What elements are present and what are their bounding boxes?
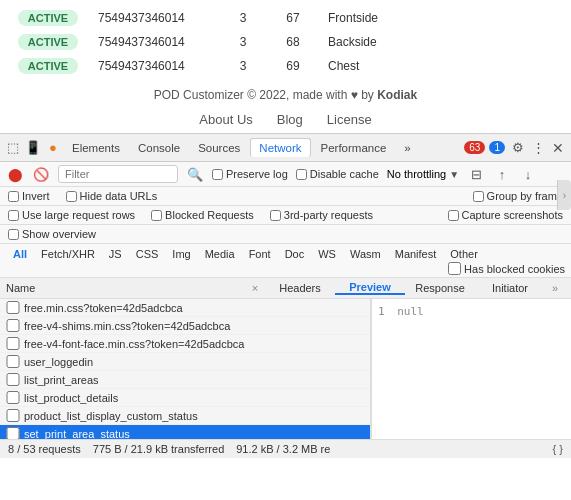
row-filename: free-v4-font-face.min.css?token=42d5adcb… <box>24 338 364 350</box>
settings-icon[interactable]: ⚙ <box>509 139 527 157</box>
device-icon[interactable]: 📱 <box>24 139 42 157</box>
col-response-header[interactable]: Response <box>405 282 475 294</box>
nav-license[interactable]: License <box>327 112 372 127</box>
invert-checkbox[interactable]: Invert <box>8 190 50 202</box>
type-btn-wasm[interactable]: Wasm <box>343 246 388 262</box>
hide-data-urls-checkbox[interactable]: Hide data URLs <box>66 190 158 202</box>
network-columns-header: Name × Headers Preview Response Initiato… <box>0 278 571 299</box>
export-icon[interactable]: ↓ <box>519 165 537 183</box>
tab-console[interactable]: Console <box>130 139 188 157</box>
type-btn-manifest[interactable]: Manifest <box>388 246 444 262</box>
row-checkbox[interactable] <box>6 391 20 404</box>
col-headers-header[interactable]: Headers <box>265 282 335 294</box>
search-icon[interactable]: 🔍 <box>186 165 204 183</box>
devtools-toolbar: ⬚ 📱 ● Elements Console Sources Network P… <box>0 134 571 162</box>
row-label: Frontside <box>328 11 378 25</box>
network-row[interactable]: user_loggedin <box>0 353 370 371</box>
type-btn-font[interactable]: Font <box>242 246 278 262</box>
use-large-checkbox[interactable]: Use large request rows <box>8 209 135 221</box>
table-section: ACTIVE 7549437346014 3 67 Frontside ACTI… <box>0 6 571 78</box>
filter-input[interactable] <box>58 165 178 183</box>
options-row-1: Invert Hide data URLs Group by frame <box>0 187 571 206</box>
col-initiator-header[interactable]: Initiator <box>475 282 545 294</box>
type-btn-js[interactable]: JS <box>102 246 129 262</box>
network-row[interactable]: list_print_areas <box>0 371 370 389</box>
close-icon[interactable]: ✕ <box>549 139 567 157</box>
options-row-3: Show overview <box>0 225 571 244</box>
preview-value: null <box>397 305 424 318</box>
nav-blog[interactable]: Blog <box>277 112 303 127</box>
tab-performance[interactable]: Performance <box>313 139 395 157</box>
row-checkbox[interactable] <box>6 427 20 439</box>
row-checkbox[interactable] <box>6 337 20 350</box>
import-icon[interactable]: ↑ <box>493 165 511 183</box>
col-more-header[interactable]: » <box>545 282 565 294</box>
type-btn-css[interactable]: CSS <box>129 246 166 262</box>
type-btn-all[interactable]: All <box>6 246 34 262</box>
row-num1: 3 <box>228 35 258 49</box>
row-checkbox[interactable] <box>6 373 20 386</box>
format-icon[interactable]: { } <box>553 443 563 455</box>
col-name-header[interactable]: Name <box>6 282 245 294</box>
row-filename: list_print_areas <box>24 374 364 386</box>
tab-sources[interactable]: Sources <box>190 139 248 157</box>
network-row[interactable]: free-v4-shims.min.css?token=42d5adcbca <box>0 317 370 335</box>
network-row[interactable]: free-v4-font-face.min.css?token=42d5adcb… <box>0 335 370 353</box>
type-btn-img[interactable]: Img <box>165 246 197 262</box>
more-options-icon[interactable]: ⋮ <box>529 139 547 157</box>
row-id: 7549437346014 <box>98 35 208 49</box>
tab-more[interactable]: » <box>396 139 418 157</box>
group-by-frame-checkbox[interactable]: Group by frame <box>473 190 563 202</box>
row-filename: product_list_display_custom_status <box>24 410 364 422</box>
type-btn-media[interactable]: Media <box>198 246 242 262</box>
nav-about[interactable]: About Us <box>199 112 252 127</box>
row-checkbox[interactable] <box>6 319 20 332</box>
throttling-select[interactable]: No throttling ▼ <box>387 168 459 180</box>
brand-name: Kodiak <box>377 88 417 102</box>
show-overview-checkbox[interactable]: Show overview <box>8 228 96 240</box>
network-row[interactable]: product_list_display_custom_status <box>0 407 370 425</box>
row-id: 7549437346014 <box>98 11 208 25</box>
type-btn-ws[interactable]: WS <box>311 246 343 262</box>
row-checkbox[interactable] <box>6 355 20 368</box>
devtools-panel: ⬚ 📱 ● Elements Console Sources Network P… <box>0 133 571 458</box>
footer-section: POD Customizer © 2022, made with ♥ by Ko… <box>0 78 571 108</box>
network-conditions-icon[interactable]: ⊟ <box>467 165 485 183</box>
table-row: ACTIVE 7549437346014 3 69 Chest <box>10 54 561 78</box>
third-party-checkbox[interactable]: 3rd-party requests <box>270 209 373 221</box>
tab-elements[interactable]: Elements <box>64 139 128 157</box>
nav-links: About Us Blog License <box>0 108 571 133</box>
types-bar: AllFetch/XHRJSCSSImgMediaFontDocWSWasmMa… <box>0 244 571 278</box>
row-label: Chest <box>328 59 359 73</box>
preserve-log-checkbox[interactable]: Preserve log <box>212 168 288 180</box>
row-num2: 67 <box>278 11 308 25</box>
elements-icon[interactable]: ● <box>44 139 62 157</box>
record-icon[interactable]: ⬤ <box>6 165 24 183</box>
network-row[interactable]: free.min.css?token=42d5adcbca <box>0 299 370 317</box>
type-btn-fetch/xhr[interactable]: Fetch/XHR <box>34 246 102 262</box>
network-row[interactable]: set_print_area_status <box>0 425 370 439</box>
table-row: ACTIVE 7549437346014 3 68 Backside <box>10 30 561 54</box>
preview-panel: 1 null <box>371 299 571 439</box>
network-row[interactable]: list_product_details <box>0 389 370 407</box>
row-checkbox[interactable] <box>6 409 20 422</box>
options-row-2: Use large request rows Blocked Requests … <box>0 206 571 225</box>
sidebar-handle[interactable]: › <box>557 180 571 210</box>
has-blocked-checkbox[interactable] <box>448 262 461 275</box>
col-preview-header[interactable]: Preview <box>335 281 405 295</box>
row-filename: list_product_details <box>24 392 364 404</box>
type-btn-doc[interactable]: Doc <box>278 246 312 262</box>
transferred-size: 775 B / 21.9 kB transferred <box>93 443 224 455</box>
row-checkbox[interactable] <box>6 301 20 314</box>
type-btn-other[interactable]: Other <box>443 246 485 262</box>
disable-cache-checkbox[interactable]: Disable cache <box>296 168 379 180</box>
clear-icon[interactable]: 🚫 <box>32 165 50 183</box>
inspect-icon[interactable]: ⬚ <box>4 139 22 157</box>
top-content: ACTIVE 7549437346014 3 67 Frontside ACTI… <box>0 0 571 133</box>
status-badge: ACTIVE <box>18 34 78 50</box>
blocked-requests-checkbox[interactable]: Blocked Requests <box>151 209 254 221</box>
row-num2: 68 <box>278 35 308 49</box>
status-badge: ACTIVE <box>18 58 78 74</box>
tab-network[interactable]: Network <box>250 138 310 157</box>
row-filename: free.min.css?token=42d5adcbca <box>24 302 364 314</box>
